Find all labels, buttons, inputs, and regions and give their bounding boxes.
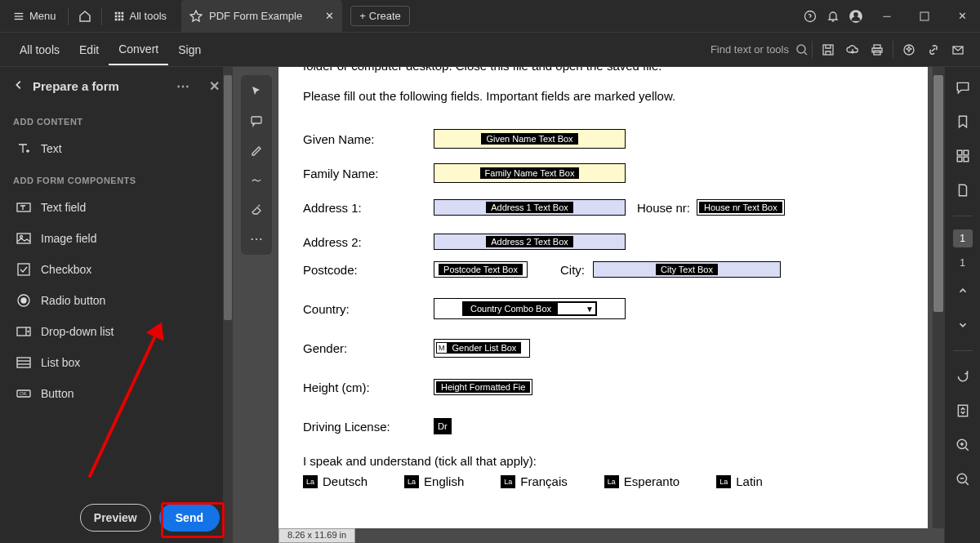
close-window-icon[interactable]: ✕	[951, 5, 973, 28]
page-total: 1	[960, 257, 965, 269]
svg-rect-8	[121, 15, 123, 17]
label-given-name: Given Name:	[303, 132, 434, 146]
preview-button[interactable]: Preview	[80, 504, 151, 532]
zoom-in-icon[interactable]	[951, 433, 975, 457]
menu-button[interactable]: Menu	[7, 7, 63, 25]
add-dropdown[interactable]: Drop-down list	[13, 316, 220, 347]
field-family-name[interactable]: Family Name Text Box	[434, 163, 626, 183]
label-postcode: Postcode:	[303, 263, 434, 277]
tab-all-tools[interactable]: All tools	[10, 35, 69, 65]
add-radio[interactable]: Radio button	[13, 285, 220, 316]
page-down-icon[interactable]	[951, 313, 975, 337]
bell-icon[interactable]	[822, 5, 844, 28]
field-country[interactable]: Country Combo Box▼	[434, 298, 626, 319]
comment-icon[interactable]	[246, 111, 267, 131]
svg-rect-40	[957, 157, 962, 162]
email-icon[interactable]	[946, 38, 970, 62]
save-icon[interactable]	[816, 38, 840, 62]
lang-latin: Latin	[736, 474, 763, 488]
svg-rect-4	[118, 11, 120, 14]
field-address1[interactable]: Address 1 Text Box	[434, 199, 626, 216]
tab-edit[interactable]: Edit	[69, 35, 109, 65]
create-label: Create	[369, 10, 401, 22]
svg-rect-6	[114, 15, 117, 17]
add-image-field[interactable]: Image field	[13, 223, 220, 254]
field-postcode[interactable]: Postcode Text Box	[434, 261, 528, 278]
svg-point-29	[21, 298, 26, 303]
chat-icon[interactable]	[951, 75, 975, 100]
tab-sign[interactable]: Sign	[168, 35, 211, 65]
svg-line-44	[965, 447, 968, 450]
back-icon[interactable]	[13, 79, 24, 93]
panel-more-icon[interactable]: ⋯	[176, 78, 189, 94]
left-panel-scrollbar[interactable]	[223, 67, 233, 543]
pointer-icon[interactable]	[246, 82, 267, 101]
document-scrollbar[interactable]	[933, 67, 944, 528]
field-given-name[interactable]: Given Name Text Box	[434, 129, 626, 149]
tab-convert[interactable]: Convert	[109, 34, 168, 65]
panel-close-icon[interactable]: ✕	[209, 78, 220, 94]
svg-point-26	[20, 236, 23, 238]
link-icon[interactable]	[921, 38, 946, 62]
add-listbox[interactable]: List box	[13, 347, 220, 378]
rotate-icon[interactable]	[951, 364, 975, 389]
svg-rect-41	[964, 157, 969, 162]
more-tools-icon[interactable]: ⋯	[246, 229, 267, 248]
page-up-icon[interactable]	[951, 278, 975, 303]
profile-icon[interactable]	[844, 5, 867, 28]
doc-instruction: Please fill out the following fields. Im…	[303, 89, 903, 103]
checkbox-english[interactable]: La	[404, 475, 419, 488]
add-checkbox[interactable]: Checkbox	[13, 254, 220, 285]
cloud-icon[interactable]	[840, 38, 865, 62]
search-area[interactable]: Find text or tools	[710, 43, 808, 56]
zoom-out-icon[interactable]	[951, 467, 975, 492]
svg-rect-15	[920, 12, 929, 20]
page-fit-icon[interactable]	[951, 398, 975, 423]
home-icon[interactable]	[74, 5, 96, 28]
tab-close-icon[interactable]: ✕	[325, 10, 334, 22]
add-text-field[interactable]: Text field	[13, 192, 220, 223]
send-button[interactable]: Send	[159, 504, 220, 532]
svg-rect-25	[17, 234, 30, 243]
label-height: Height (cm):	[303, 381, 434, 394]
add-text[interactable]: Text	[13, 133, 220, 164]
erase-icon[interactable]	[246, 199, 267, 219]
page-current[interactable]: 1	[953, 229, 973, 247]
field-height[interactable]: Height Formatted Fie	[434, 379, 532, 395]
field-gender[interactable]: M Gender List Box	[434, 339, 530, 358]
page-icon[interactable]	[951, 178, 975, 203]
add-button[interactable]: OK Button	[13, 378, 220, 409]
label-address2: Address 2:	[303, 235, 434, 249]
bookmark-icon[interactable]	[951, 109, 975, 134]
highlight-icon[interactable]	[246, 140, 267, 160]
print-icon[interactable]	[865, 38, 889, 62]
page-dimensions: 8.26 x 11.69 in	[278, 528, 355, 543]
field-city[interactable]: City Text Box	[593, 261, 781, 278]
field-house-nr[interactable]: House nr Text Box	[697, 199, 785, 216]
all-tools-top[interactable]: All tools	[107, 7, 174, 25]
lang-deutsch: Deutsch	[323, 474, 368, 488]
minimize-icon[interactable]: ─	[875, 5, 898, 28]
document-page[interactable]: folder or computer desktop. Close this f…	[278, 67, 928, 528]
maximize-icon[interactable]	[913, 5, 936, 28]
checkbox-deutsch[interactable]: La	[303, 475, 318, 488]
thumbnails-icon[interactable]	[951, 144, 975, 168]
label-family-name: Family Name:	[303, 167, 434, 180]
checkbox-francais[interactable]: La	[501, 475, 515, 488]
label-address1: Address 1:	[303, 201, 434, 215]
checkbox-esperanto[interactable]: La	[604, 475, 619, 488]
ai-icon[interactable]	[897, 38, 921, 62]
label-languages: I speak and understand (tick all that ap…	[303, 454, 903, 468]
help-icon[interactable]	[799, 5, 822, 28]
create-button[interactable]: + Create	[350, 6, 410, 26]
tab-title: PDF Form Example	[209, 10, 302, 22]
svg-rect-7	[118, 15, 120, 17]
field-driving[interactable]: Dr	[434, 418, 452, 434]
label-gender: Gender:	[303, 341, 434, 355]
svg-rect-39	[964, 150, 969, 155]
field-address2[interactable]: Address 2 Text Box	[434, 234, 626, 250]
checkbox-latin[interactable]: La	[716, 475, 731, 488]
draw-icon[interactable]	[246, 170, 267, 189]
document-tab[interactable]: PDF Form Example ✕	[181, 0, 342, 33]
svg-rect-37	[252, 117, 261, 123]
